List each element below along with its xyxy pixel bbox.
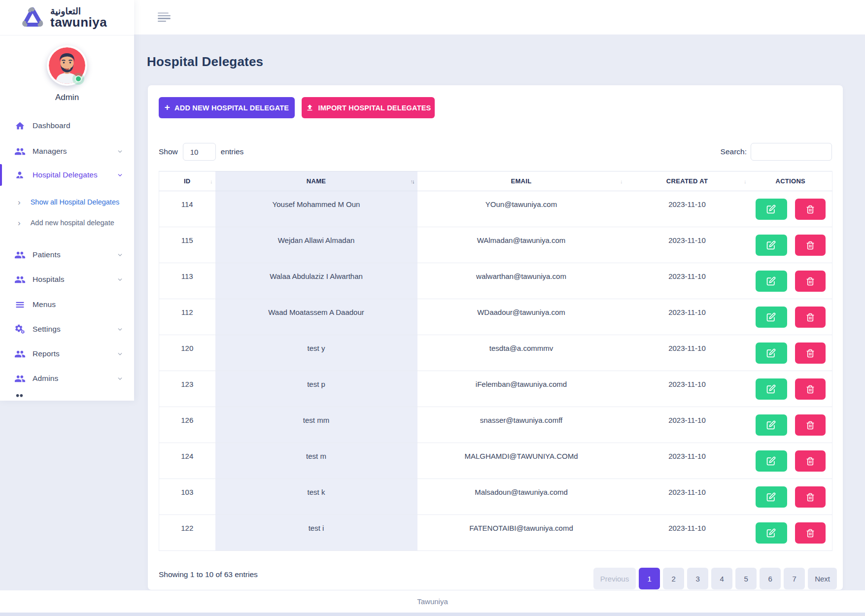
pagination-page-5[interactable]: 5 <box>735 568 757 589</box>
sidebar-subitem-show-all-hospital-delegates[interactable]: ›Show all Hospital Delegates <box>0 192 134 212</box>
sidebar-item-hospitals[interactable]: Hospitals <box>0 267 134 292</box>
import-button-label: IMPORT HOSPITAL DELEGATES <box>318 104 431 112</box>
pagination-page-1[interactable]: 1 <box>639 568 660 589</box>
delete-button[interactable] <box>795 378 826 400</box>
row-email-cell: MALGHAMDI@TAWUNIYA.COMd <box>417 443 625 479</box>
page-title: Hospital Delegates <box>147 54 263 69</box>
column-header-label: EMAIL <box>511 177 532 185</box>
search-label: Search: <box>721 147 747 156</box>
edit-button[interactable] <box>756 307 787 328</box>
content-card: + ADD NEW HOSPITAL DELEGATE IMPORT HOSPI… <box>148 85 843 590</box>
sidebar-subitem-add-new-hospital-delegate[interactable]: ›Add new hospital delegate <box>0 213 134 233</box>
trash-icon <box>806 493 815 502</box>
entries-value: 10 <box>190 148 199 156</box>
users-icon <box>14 348 26 360</box>
home-icon <box>14 120 26 132</box>
edit-button[interactable] <box>756 199 787 220</box>
column-header-label: CREATED AT <box>666 177 708 185</box>
row-name-cell: test i <box>215 515 417 551</box>
edit-pencil-icon <box>766 456 776 466</box>
delete-button[interactable] <box>795 307 826 328</box>
edit-button[interactable] <box>756 342 787 364</box>
sidebar-nav: DashboardManagersHospital Delegates›Show… <box>0 0 134 401</box>
sidebar-item-label: Settings <box>33 325 61 334</box>
chevron-down-icon <box>117 376 123 382</box>
delete-button[interactable] <box>795 271 826 292</box>
pagination-page-2[interactable]: 2 <box>663 568 684 589</box>
row-created-at-cell: 2023-11-10 <box>625 263 749 299</box>
pagination-page-4[interactable]: 4 <box>711 568 732 589</box>
table-row: 126test mmsnasser@tawuniya.comff2023-11-… <box>159 407 832 443</box>
row-actions-cell <box>749 227 832 263</box>
edit-button[interactable] <box>756 450 787 472</box>
pagination-next-button[interactable]: Next <box>808 568 837 589</box>
delete-button[interactable] <box>795 414 826 436</box>
row-actions-cell <box>749 515 832 551</box>
sort-icon: ↓ <box>744 178 746 184</box>
column-header-created-at[interactable]: CREATED AT↓ <box>625 171 749 191</box>
sidebar-item-dashboard[interactable]: Dashboard <box>0 113 134 138</box>
sidebar-toggle-icon[interactable] <box>158 12 171 22</box>
row-name-cell: Wejdan Allawi Almadan <box>215 227 417 263</box>
entries-select[interactable]: 10 <box>183 143 216 161</box>
delete-button[interactable] <box>795 486 826 508</box>
row-id-cell: 120 <box>159 335 215 371</box>
table-header: ID↓NAME↑↓EMAIL↓CREATED AT↓ACTIONS <box>159 171 832 191</box>
chevron-down-icon <box>117 252 123 258</box>
chevron-down-icon <box>117 276 123 283</box>
pagination-previous-button[interactable]: Previous <box>593 568 636 589</box>
edit-button[interactable] <box>756 235 787 256</box>
pagination-page-7[interactable]: 7 <box>784 568 805 589</box>
trash-icon <box>806 529 815 538</box>
sidebar-item-settings[interactable]: Settings <box>0 317 134 342</box>
import-hospital-delegates-button[interactable]: IMPORT HOSPITAL DELEGATES <box>302 97 435 118</box>
sidebar: التعاونية tawuniya <box>0 0 134 401</box>
column-header-email[interactable]: EMAIL↓ <box>417 171 625 191</box>
edit-pencil-icon <box>766 384 776 394</box>
search-input[interactable] <box>751 143 832 161</box>
pagination-page-3[interactable]: 3 <box>687 568 708 589</box>
sort-icon: ↓ <box>210 178 212 184</box>
footer-brand-text: Tawuniya <box>417 597 448 606</box>
edit-button[interactable] <box>756 271 787 292</box>
sidebar-item-reports[interactable]: Reports <box>0 342 134 366</box>
edit-button[interactable] <box>756 486 787 508</box>
delete-button[interactable] <box>795 522 826 544</box>
sidebar-item-label: Reports <box>33 349 60 358</box>
sort-icon: ↑↓ <box>411 178 414 184</box>
sort-icon: ↓ <box>620 178 622 184</box>
row-name-cell: Waad Moatassem A Daadour <box>215 299 417 335</box>
row-email-cell: WDaadour@tawuniya.com <box>417 299 625 335</box>
delete-button[interactable] <box>795 235 826 256</box>
row-email-cell: WAlmadan@tawuniya.com <box>417 227 625 263</box>
table-row: 114Yousef Mohammed M OunYOun@tawuniya.co… <box>159 191 832 227</box>
sidebar-item-patients[interactable]: Patients <box>0 242 134 267</box>
delete-button[interactable] <box>795 199 826 220</box>
delete-button[interactable] <box>795 450 826 472</box>
sidebar-item-managers[interactable]: Managers <box>0 139 134 164</box>
users-icon <box>14 249 26 261</box>
pagination-page-6[interactable]: 6 <box>760 568 781 589</box>
search-control: Search: <box>721 143 832 161</box>
table-row: 120test ytesdta@a.commmv2023-11-10 <box>159 335 832 371</box>
sidebar-item-admins[interactable]: Admins <box>0 366 134 391</box>
edit-button[interactable] <box>756 522 787 544</box>
column-header-name[interactable]: NAME↑↓ <box>215 171 417 191</box>
add-new-hospital-delegate-button[interactable]: + ADD NEW HOSPITAL DELEGATE <box>159 97 295 118</box>
sidebar-item-hospital-delegates[interactable]: Hospital Delegates <box>0 163 134 187</box>
row-created-at-cell: 2023-11-10 <box>625 407 749 443</box>
plus-icon: + <box>165 103 170 112</box>
delegates-table: ID↓NAME↑↓EMAIL↓CREATED AT↓ACTIONS 114You… <box>159 171 832 551</box>
sidebar-item-label: Dashboard <box>33 121 70 130</box>
edit-button[interactable] <box>756 414 787 436</box>
row-id-cell: 113 <box>159 263 215 299</box>
chevron-down-icon <box>117 351 123 357</box>
row-created-at-cell: 2023-11-10 <box>625 371 749 407</box>
column-header-id[interactable]: ID↓ <box>159 171 215 191</box>
row-email-cell: iFelemban@tawuniya.comd <box>417 371 625 407</box>
delete-button[interactable] <box>795 342 826 364</box>
trash-icon <box>806 349 815 358</box>
edit-button[interactable] <box>756 378 787 400</box>
row-id-cell: 103 <box>159 479 215 515</box>
sidebar-item-menus[interactable]: Menus <box>0 292 134 317</box>
